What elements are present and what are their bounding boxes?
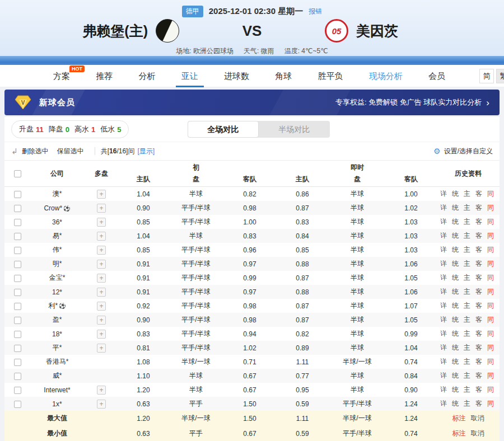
history-link-away[interactable]: 客 (475, 231, 482, 241)
cancel-link[interactable]: 取消 (471, 414, 484, 423)
company-name[interactable]: 威* (30, 371, 84, 381)
company-name[interactable]: 香港马* (30, 357, 84, 367)
history-link-same[interactable]: 同 (487, 357, 494, 367)
report-error-link[interactable]: 报错 (309, 7, 322, 16)
history-link-home[interactable]: 主 (464, 357, 470, 367)
history-link-home[interactable]: 主 (464, 245, 470, 255)
row-checkbox[interactable] (14, 401, 21, 408)
history-link-detail[interactable]: 详 (440, 301, 447, 311)
company-name[interactable]: 平* (30, 343, 84, 353)
history-link-home[interactable]: 主 (464, 301, 470, 311)
full-match-compare-tab[interactable]: 全场对比 (188, 121, 259, 138)
history-link-away[interactable]: 客 (475, 273, 482, 283)
history-link-same[interactable]: 同 (487, 245, 494, 255)
history-link-detail[interactable]: 详 (440, 287, 447, 297)
tab-goals[interactable]: 进球数 (218, 65, 255, 87)
history-link-home[interactable]: 主 (464, 259, 470, 269)
expand-multi-button[interactable]: + (97, 190, 106, 199)
company-name[interactable]: 明* (30, 259, 84, 269)
history-link-stats[interactable]: 统 (452, 231, 459, 241)
keep-selected-button[interactable]: 保留选中 (57, 147, 84, 156)
history-link-stats[interactable]: 统 (452, 329, 459, 339)
history-link-same[interactable]: 同 (487, 231, 494, 241)
history-link-detail[interactable]: 详 (440, 203, 447, 213)
history-link-home[interactable]: 主 (464, 231, 470, 241)
history-link-home[interactable]: 主 (464, 189, 470, 199)
expand-multi-button[interactable]: + (97, 232, 106, 241)
history-link-detail[interactable]: 详 (440, 329, 447, 339)
expand-multi-button[interactable]: + (97, 400, 106, 409)
lang-simplified-button[interactable]: 简 (479, 69, 494, 83)
row-checkbox[interactable] (14, 387, 21, 394)
settings-button[interactable]: ⚙ 设置/选择自定义 (433, 147, 493, 156)
history-link-detail[interactable]: 详 (440, 371, 447, 381)
history-link-stats[interactable]: 统 (452, 343, 459, 353)
expand-multi-button[interactable]: + (97, 246, 106, 255)
row-checkbox[interactable] (14, 191, 21, 198)
expand-multi-button[interactable]: + (97, 386, 106, 395)
history-link-same[interactable]: 同 (487, 399, 494, 409)
history-link-same[interactable]: 同 (487, 385, 494, 395)
company-name[interactable]: 36* (30, 218, 84, 226)
select-all-checkbox[interactable] (14, 170, 21, 177)
history-link-detail[interactable]: 详 (440, 259, 447, 269)
row-checkbox[interactable] (14, 373, 21, 380)
history-link-away[interactable]: 客 (475, 259, 482, 269)
history-link-home[interactable]: 主 (464, 203, 470, 213)
expand-multi-button[interactable]: + (97, 288, 106, 297)
history-link-stats[interactable]: 统 (452, 287, 459, 297)
history-link-home[interactable]: 主 (464, 371, 470, 381)
row-checkbox[interactable] (14, 303, 21, 310)
history-link-same[interactable]: 同 (487, 259, 494, 269)
history-link-detail[interactable]: 详 (440, 357, 447, 367)
select-corner-icon[interactable]: ↲ (11, 147, 18, 156)
history-link-same[interactable]: 同 (487, 343, 494, 353)
company-name[interactable]: 伟* (30, 245, 84, 255)
history-link-same[interactable]: 同 (487, 315, 494, 325)
history-link-away[interactable]: 客 (475, 343, 482, 353)
row-checkbox[interactable] (14, 247, 21, 254)
show-link[interactable]: [显示] (137, 147, 155, 156)
history-link-stats[interactable]: 统 (452, 315, 459, 325)
history-link-detail[interactable]: 详 (440, 315, 447, 325)
company-name[interactable]: 1x* (30, 400, 84, 408)
history-link-home[interactable]: 主 (464, 399, 470, 409)
history-link-same[interactable]: 同 (487, 273, 494, 283)
history-link-away[interactable]: 客 (475, 371, 482, 381)
tab-recommend[interactable]: 推荐 (90, 65, 118, 87)
tab-analysis[interactable]: 分析 (133, 65, 161, 87)
row-checkbox[interactable] (14, 219, 21, 226)
history-link-same[interactable]: 同 (487, 203, 494, 213)
row-checkbox[interactable] (14, 359, 21, 366)
history-link-stats[interactable]: 统 (452, 217, 459, 227)
company-name[interactable]: 18* (30, 330, 84, 338)
history-link-detail[interactable]: 详 (440, 245, 447, 255)
cancel-link[interactable]: 取消 (471, 429, 484, 438)
expand-multi-button[interactable]: + (97, 204, 106, 213)
company-name[interactable]: Interwet* (30, 386, 84, 394)
history-link-stats[interactable]: 统 (452, 245, 459, 255)
expand-multi-button[interactable]: + (97, 302, 106, 311)
history-link-away[interactable]: 客 (475, 203, 482, 213)
company-name[interactable]: 盈* (30, 315, 84, 325)
row-checkbox[interactable] (14, 289, 21, 296)
history-link-away[interactable]: 客 (475, 189, 482, 199)
mark-link[interactable]: 标注 (452, 429, 466, 438)
history-link-same[interactable]: 同 (487, 301, 494, 311)
tab-plans[interactable]: 方案HOT (48, 65, 76, 87)
history-link-stats[interactable]: 统 (452, 385, 459, 395)
history-link-stats[interactable]: 统 (452, 189, 459, 199)
history-link-same[interactable]: 同 (487, 371, 494, 381)
league-badge[interactable]: 德甲 (182, 6, 203, 17)
history-link-home[interactable]: 主 (464, 385, 470, 395)
history-link-same[interactable]: 同 (487, 329, 494, 339)
row-checkbox[interactable] (14, 205, 21, 212)
history-link-detail[interactable]: 详 (440, 217, 447, 227)
history-link-stats[interactable]: 统 (452, 273, 459, 283)
company-name[interactable]: 金宝* (30, 273, 84, 283)
history-link-away[interactable]: 客 (475, 245, 482, 255)
vip-banner[interactable]: V 新球会员 专享权益: 免费解锁 免广告 球队实力对比分析 › (4, 90, 500, 115)
history-link-same[interactable]: 同 (487, 217, 494, 227)
history-link-stats[interactable]: 统 (452, 357, 459, 367)
company-name[interactable]: 12* (30, 288, 84, 296)
